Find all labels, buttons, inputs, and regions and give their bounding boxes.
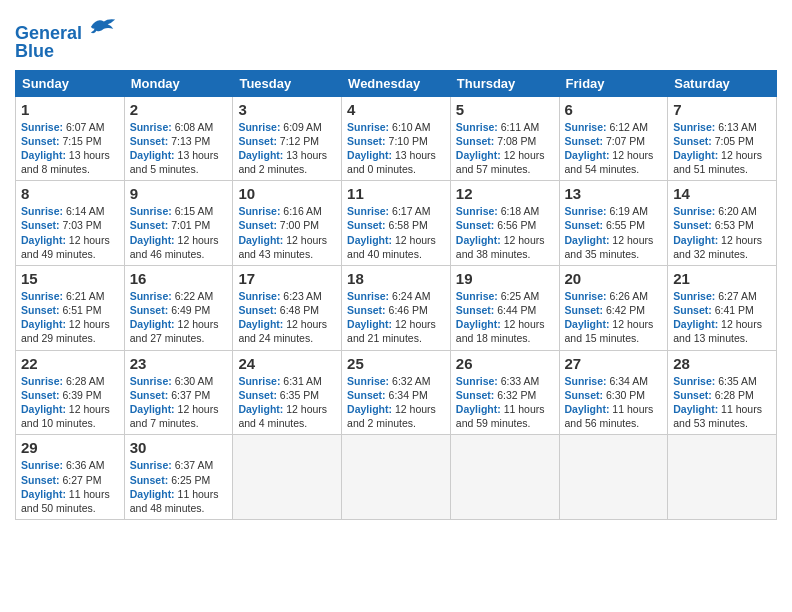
day-info: Sunrise: 6:18 AM Sunset: 6:56 PM Dayligh… xyxy=(456,204,554,261)
calendar-cell: 7 Sunrise: 6:13 AM Sunset: 7:05 PM Dayli… xyxy=(668,96,777,181)
sunrise-label: Sunrise: 6:31 AM xyxy=(238,375,321,387)
sunset-label: Sunset: 6:27 PM xyxy=(21,474,102,486)
day-number: 22 xyxy=(21,355,119,372)
sunrise-label: Sunrise: 6:11 AM xyxy=(456,121,539,133)
day-number: 20 xyxy=(565,270,663,287)
day-number: 2 xyxy=(130,101,228,118)
day-info: Sunrise: 6:09 AM Sunset: 7:12 PM Dayligh… xyxy=(238,120,336,177)
daylight-label: Daylight: 12 hours and 24 minutes. xyxy=(238,318,327,344)
sunset-label: Sunset: 6:28 PM xyxy=(673,389,754,401)
sunset-label: Sunset: 6:48 PM xyxy=(238,304,319,316)
calendar-cell: 24 Sunrise: 6:31 AM Sunset: 6:35 PM Dayl… xyxy=(233,350,342,435)
daylight-label: Daylight: 11 hours and 59 minutes. xyxy=(456,403,545,429)
calendar-cell: 30 Sunrise: 6:37 AM Sunset: 6:25 PM Dayl… xyxy=(124,435,233,520)
sunset-label: Sunset: 7:08 PM xyxy=(456,135,537,147)
day-number: 10 xyxy=(238,185,336,202)
logo-bird-icon xyxy=(89,15,117,39)
calendar-week-row: 1 Sunrise: 6:07 AM Sunset: 7:15 PM Dayli… xyxy=(16,96,777,181)
sunrise-label: Sunrise: 6:26 AM xyxy=(565,290,648,302)
daylight-label: Daylight: 12 hours and 54 minutes. xyxy=(565,149,654,175)
day-number: 3 xyxy=(238,101,336,118)
daylight-label: Daylight: 12 hours and 46 minutes. xyxy=(130,234,219,260)
daylight-label: Daylight: 12 hours and 13 minutes. xyxy=(673,318,762,344)
sunrise-label: Sunrise: 6:10 AM xyxy=(347,121,430,133)
sunset-label: Sunset: 6:55 PM xyxy=(565,219,646,231)
daylight-label: Daylight: 13 hours and 0 minutes. xyxy=(347,149,436,175)
day-number: 18 xyxy=(347,270,445,287)
calendar-cell xyxy=(559,435,668,520)
day-number: 9 xyxy=(130,185,228,202)
calendar-cell: 13 Sunrise: 6:19 AM Sunset: 6:55 PM Dayl… xyxy=(559,181,668,266)
daylight-label: Daylight: 12 hours and 49 minutes. xyxy=(21,234,110,260)
daylight-label: Daylight: 12 hours and 51 minutes. xyxy=(673,149,762,175)
day-info: Sunrise: 6:35 AM Sunset: 6:28 PM Dayligh… xyxy=(673,374,771,431)
calendar-cell: 4 Sunrise: 6:10 AM Sunset: 7:10 PM Dayli… xyxy=(342,96,451,181)
day-number: 5 xyxy=(456,101,554,118)
sunrise-label: Sunrise: 6:17 AM xyxy=(347,205,430,217)
sunrise-label: Sunrise: 6:25 AM xyxy=(456,290,539,302)
daylight-label: Daylight: 11 hours and 56 minutes. xyxy=(565,403,654,429)
daylight-label: Daylight: 12 hours and 15 minutes. xyxy=(565,318,654,344)
sunset-label: Sunset: 7:12 PM xyxy=(238,135,319,147)
day-number: 19 xyxy=(456,270,554,287)
sunrise-label: Sunrise: 6:20 AM xyxy=(673,205,756,217)
logo: General Blue xyxy=(15,15,117,62)
day-number: 30 xyxy=(130,439,228,456)
daylight-label: Daylight: 13 hours and 5 minutes. xyxy=(130,149,219,175)
sunset-label: Sunset: 6:44 PM xyxy=(456,304,537,316)
sunset-label: Sunset: 6:37 PM xyxy=(130,389,211,401)
daylight-label: Daylight: 12 hours and 43 minutes. xyxy=(238,234,327,260)
sunrise-label: Sunrise: 6:12 AM xyxy=(565,121,648,133)
sunrise-label: Sunrise: 6:14 AM xyxy=(21,205,104,217)
calendar-cell: 25 Sunrise: 6:32 AM Sunset: 6:34 PM Dayl… xyxy=(342,350,451,435)
day-info: Sunrise: 6:12 AM Sunset: 7:07 PM Dayligh… xyxy=(565,120,663,177)
column-header-tuesday: Tuesday xyxy=(233,70,342,96)
daylight-label: Daylight: 12 hours and 18 minutes. xyxy=(456,318,545,344)
daylight-label: Daylight: 12 hours and 10 minutes. xyxy=(21,403,110,429)
day-info: Sunrise: 6:27 AM Sunset: 6:41 PM Dayligh… xyxy=(673,289,771,346)
daylight-label: Daylight: 13 hours and 8 minutes. xyxy=(21,149,110,175)
calendar-cell: 21 Sunrise: 6:27 AM Sunset: 6:41 PM Dayl… xyxy=(668,265,777,350)
sunset-label: Sunset: 6:51 PM xyxy=(21,304,102,316)
calendar-cell: 26 Sunrise: 6:33 AM Sunset: 6:32 PM Dayl… xyxy=(450,350,559,435)
calendar-header-row: SundayMondayTuesdayWednesdayThursdayFrid… xyxy=(16,70,777,96)
day-info: Sunrise: 6:25 AM Sunset: 6:44 PM Dayligh… xyxy=(456,289,554,346)
sunrise-label: Sunrise: 6:13 AM xyxy=(673,121,756,133)
sunrise-label: Sunrise: 6:34 AM xyxy=(565,375,648,387)
day-number: 11 xyxy=(347,185,445,202)
sunrise-label: Sunrise: 6:37 AM xyxy=(130,459,213,471)
sunrise-label: Sunrise: 6:18 AM xyxy=(456,205,539,217)
sunrise-label: Sunrise: 6:21 AM xyxy=(21,290,104,302)
sunset-label: Sunset: 6:53 PM xyxy=(673,219,754,231)
sunset-label: Sunset: 6:42 PM xyxy=(565,304,646,316)
sunset-label: Sunset: 6:34 PM xyxy=(347,389,428,401)
sunrise-label: Sunrise: 6:08 AM xyxy=(130,121,213,133)
day-number: 29 xyxy=(21,439,119,456)
column-header-saturday: Saturday xyxy=(668,70,777,96)
day-info: Sunrise: 6:36 AM Sunset: 6:27 PM Dayligh… xyxy=(21,458,119,515)
sunset-label: Sunset: 6:35 PM xyxy=(238,389,319,401)
daylight-label: Daylight: 12 hours and 29 minutes. xyxy=(21,318,110,344)
sunset-label: Sunset: 6:39 PM xyxy=(21,389,102,401)
day-number: 28 xyxy=(673,355,771,372)
day-info: Sunrise: 6:26 AM Sunset: 6:42 PM Dayligh… xyxy=(565,289,663,346)
sunrise-label: Sunrise: 6:32 AM xyxy=(347,375,430,387)
calendar-cell: 19 Sunrise: 6:25 AM Sunset: 6:44 PM Dayl… xyxy=(450,265,559,350)
sunset-label: Sunset: 7:13 PM xyxy=(130,135,211,147)
day-number: 16 xyxy=(130,270,228,287)
sunrise-label: Sunrise: 6:30 AM xyxy=(130,375,213,387)
day-number: 27 xyxy=(565,355,663,372)
day-info: Sunrise: 6:17 AM Sunset: 6:58 PM Dayligh… xyxy=(347,204,445,261)
sunset-label: Sunset: 6:46 PM xyxy=(347,304,428,316)
day-number: 1 xyxy=(21,101,119,118)
sunset-label: Sunset: 7:01 PM xyxy=(130,219,211,231)
calendar-cell xyxy=(342,435,451,520)
day-number: 23 xyxy=(130,355,228,372)
calendar-cell: 8 Sunrise: 6:14 AM Sunset: 7:03 PM Dayli… xyxy=(16,181,125,266)
calendar-cell: 23 Sunrise: 6:30 AM Sunset: 6:37 PM Dayl… xyxy=(124,350,233,435)
sunrise-label: Sunrise: 6:07 AM xyxy=(21,121,104,133)
sunset-label: Sunset: 7:03 PM xyxy=(21,219,102,231)
sunset-label: Sunset: 7:07 PM xyxy=(565,135,646,147)
daylight-label: Daylight: 12 hours and 2 minutes. xyxy=(347,403,436,429)
day-number: 24 xyxy=(238,355,336,372)
